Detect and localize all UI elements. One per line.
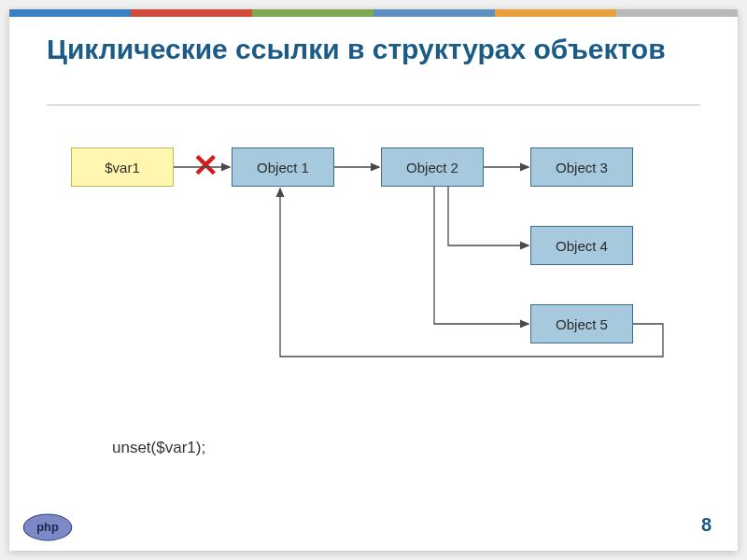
node-obj1: Object 1 xyxy=(232,147,334,187)
php-logo-icon: php xyxy=(22,513,73,541)
edge-obj2-obj4 xyxy=(448,187,529,245)
node-label: Object 2 xyxy=(406,160,458,175)
svg-text:php: php xyxy=(36,520,59,534)
arrow-layer xyxy=(9,9,738,551)
node-label: $var1 xyxy=(105,160,140,175)
diagram-canvas: $var1 Object 1 Object 2 Object 3 Object … xyxy=(9,9,738,551)
code-annotation: unset($var1); xyxy=(112,439,205,457)
node-obj5: Object 5 xyxy=(530,304,633,343)
node-label: Object 4 xyxy=(556,238,608,254)
slide: Циклические ссылки в структурах объектов… xyxy=(9,9,738,551)
node-label: Object 3 xyxy=(556,160,608,175)
edge-obj2-obj5 xyxy=(434,187,529,324)
node-obj3: Object 3 xyxy=(530,147,633,187)
node-obj4: Object 4 xyxy=(530,226,633,265)
node-var1: $var1 xyxy=(71,147,174,187)
node-label: Object 5 xyxy=(556,316,608,332)
node-label: Object 1 xyxy=(257,160,309,175)
page-number: 8 xyxy=(701,514,712,536)
node-obj2: Object 2 xyxy=(381,147,484,187)
cross-icon: ✕ xyxy=(192,149,218,181)
